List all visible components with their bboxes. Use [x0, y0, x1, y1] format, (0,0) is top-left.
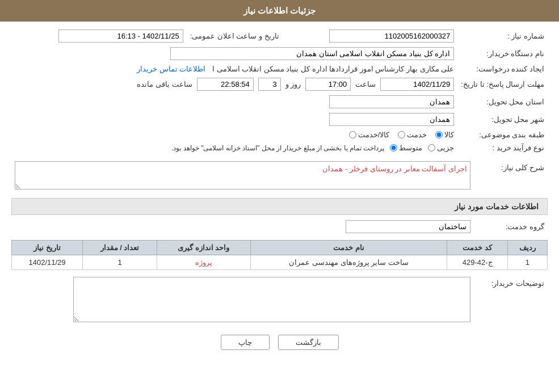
col-tedad: تعداد / مقدار	[83, 241, 157, 255]
radio-jazyi-label: جزیی	[437, 144, 454, 152]
ijadkonande-text: علی مکاری بهار کارشناس امور قراردادها اد…	[212, 65, 454, 73]
col-radif: ردیف	[507, 241, 547, 255]
chap-button[interactable]: چاپ	[221, 335, 270, 350]
cell-tedad: 1	[83, 255, 157, 270]
tarikh-saat-label: تاریخ و ساعت اعلان عمومی:	[187, 27, 283, 45]
services-table: ردیف کد خدمت نام خدمت واحد اندازه گیری ت…	[11, 240, 548, 270]
radio-kala-item: کالا	[435, 130, 454, 139]
radio-kala-khedmat-item: کالا/خدمت	[349, 130, 390, 139]
noefar-row: جزیی متوسط پرداخت تمام یا بخشی از مبلغ خ…	[11, 141, 457, 154]
gorohe-label: گروه خدمت:	[474, 218, 548, 235]
tamas-link[interactable]: اطلاعات تماس خریدار	[137, 65, 205, 73]
radio-motovaset-label: متوسط	[399, 144, 422, 152]
mohlat-label: مهلت ارسال پاسخ: تا تاریخ:	[457, 75, 548, 93]
col-nam: نام خدمت	[250, 241, 447, 255]
shomare-niaz-label: شماره نیاز :	[457, 27, 548, 45]
ostan-input[interactable]	[329, 95, 454, 108]
saat-label: ساعت	[355, 80, 376, 88]
ostan-label: استان محل تحویل:	[457, 93, 548, 111]
shomare-niaz-value	[283, 27, 458, 45]
tarikh-saat-value	[11, 27, 187, 45]
radio-khedmat-item: خدمت	[398, 130, 427, 139]
cell-radif: 1	[507, 255, 547, 270]
cell-tarikh: 1402/11/29	[12, 255, 83, 270]
radio-kala-label: کالا	[444, 130, 454, 139]
process-description: پرداخت تمام یا بخشی از مبلغ خریدار از مح…	[171, 144, 384, 152]
cell-nam: ساخت سایر پروژه‌های مهندسی عمران	[250, 255, 447, 270]
mohlat-roz-input[interactable]	[258, 78, 281, 91]
radio-jazyi[interactable]	[428, 144, 435, 151]
radio-khedmat-label: خدمت	[407, 130, 427, 139]
ijadkonande-label: ایجاد کننده درخواست:	[457, 62, 548, 75]
tarikh-saat-input[interactable]	[58, 29, 183, 43]
sharh-label: شرح کلی نیاز:	[474, 159, 548, 193]
radio-kala[interactable]	[435, 131, 443, 138]
sharh-value: اجرای آسفالت معابر در روستای فرخلر - همد…	[11, 159, 474, 193]
tozihat-value	[11, 275, 474, 326]
radio-motovaset[interactable]	[390, 144, 397, 151]
table-row: 1 ج-42-429 ساخت سایر پروژه‌های مهندسی عم…	[12, 255, 548, 270]
page-title: جزئیات اطلاعات نیاز	[243, 6, 316, 15]
col-vahad: واحد اندازه گیری	[157, 241, 250, 255]
mohlat-tarikh-input[interactable]	[380, 78, 454, 91]
sharh-textarea[interactable]: اجرای آسفالت معابر در روستای فرخلر - همد…	[15, 161, 470, 189]
bazgasht-button[interactable]: بازگشت	[278, 335, 339, 350]
khadamat-section-header: اطلاعات خدمات مورد نیاز	[11, 198, 548, 215]
tozihat-label: توضیحات خریدار:	[474, 275, 548, 326]
radio-khedmat[interactable]	[398, 131, 405, 138]
cell-kod: ج-42-429	[447, 255, 507, 270]
namdastgah-value	[11, 45, 457, 62]
shahr-value	[11, 111, 457, 128]
mohlat-saat-input[interactable]	[305, 78, 351, 91]
tabaqebandi-radios: کالا خدمت کالا/خدمت	[11, 128, 457, 141]
namdastgah-input[interactable]	[170, 47, 454, 60]
ostan-value	[11, 93, 457, 111]
buttons-row: بازگشت چاپ	[11, 335, 548, 350]
cell-vahad: پروژه	[157, 255, 250, 270]
noefar-label: نوع فرآیند خرید :	[457, 141, 548, 154]
col-kod: کد خدمت	[447, 241, 507, 255]
baghimande-label: ساعت باقی مانده	[137, 80, 192, 88]
roz-label: روز و	[285, 80, 301, 88]
radio-jazyi-item: جزیی	[428, 144, 454, 152]
radio-kala-khedmat[interactable]	[349, 131, 356, 138]
page-header: جزئیات اطلاعات نیاز	[0, 0, 559, 22]
namdastgah-label: نام دستگاه خریدار:	[457, 45, 548, 62]
shahr-input[interactable]	[329, 113, 454, 126]
gorohe-value	[11, 218, 474, 235]
shahr-label: شهر محل تحویل:	[457, 111, 548, 128]
col-tarikh: تاریخ نیاز	[12, 241, 83, 255]
radio-motovaset-item: متوسط	[390, 144, 422, 152]
ijadkonande-value: علی مکاری بهار کارشناس امور قراردادها اد…	[11, 62, 457, 75]
shomare-niaz-input[interactable]	[329, 29, 454, 43]
tozihat-textarea[interactable]	[73, 277, 470, 322]
tabaqebandi-label: طبقه بندی موضوعی:	[457, 128, 548, 141]
radio-kala-khedmat-label: کالا/خدمت	[358, 130, 390, 139]
gorohe-input[interactable]	[346, 220, 470, 233]
mohlat-row: ساعت روز و ساعت باقی مانده	[11, 75, 457, 93]
mohlat-remain-input[interactable]	[197, 78, 254, 91]
